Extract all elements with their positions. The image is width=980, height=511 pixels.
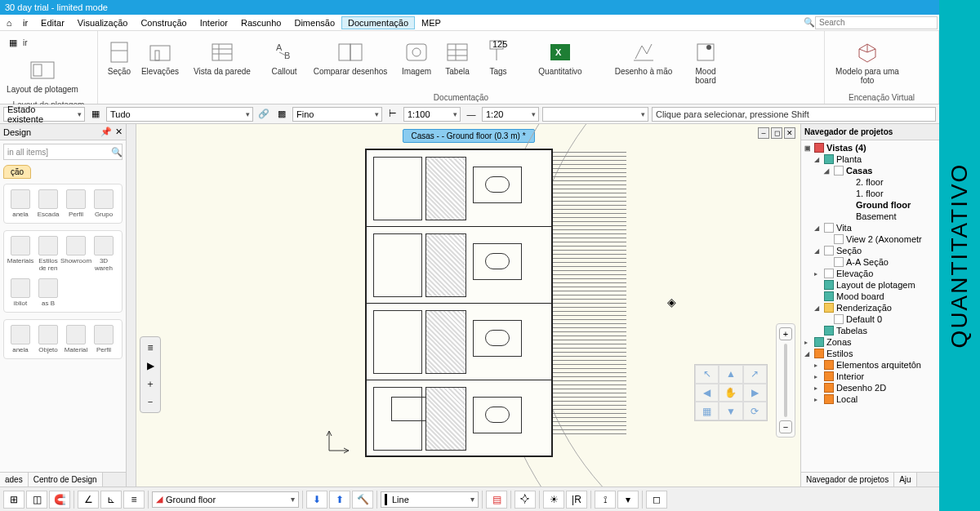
r-icon[interactable]: |R (566, 491, 587, 509)
magnet-icon[interactable]: 🧲 (49, 491, 70, 509)
menu-item-dimensão[interactable]: Dimensão (287, 16, 341, 29)
scale1-combo[interactable]: 1:100 (403, 107, 461, 122)
scale-icon: ⊢ (385, 107, 400, 122)
palette-btn[interactable]: Showroom (63, 234, 89, 273)
layers-icon[interactable]: ▤ (486, 491, 507, 509)
close-icon[interactable]: ✕ (115, 127, 122, 137)
palette-btn[interactable]: Escada (35, 188, 61, 220)
panel-title: Design 📌 ✕ (0, 124, 126, 140)
menu-item-interior[interactable]: Interior (194, 16, 234, 29)
more-icon[interactable]: ▾ (617, 491, 639, 509)
svg-text:125: 125 (492, 39, 507, 49)
app-icon: ⌂ (2, 18, 16, 28)
view-tab[interactable]: Casas - - Ground floor (0.3 m) * (402, 129, 534, 143)
palette-btn[interactable]: Material (63, 323, 89, 355)
menu-item-editar[interactable]: Editar (34, 16, 71, 29)
hammer-icon[interactable]: 🔨 (352, 491, 373, 509)
status-bar: ⊞ ◫ 🧲 ∠ ⊾ ≡ ◢Ground floor ⬇ ⬆ 🔨 Line ▤ ⯎… (0, 487, 939, 511)
zoom-out-icon[interactable]: － (142, 393, 158, 411)
panel-search-input[interactable] (7, 148, 111, 157)
measure-icon[interactable]: ⟟ (595, 491, 616, 509)
menu-item-documentação[interactable]: Documentação (341, 16, 415, 29)
link-icon[interactable]: 🔗 (256, 107, 271, 122)
arrow-down-icon[interactable]: ⬇ (306, 491, 327, 509)
hatch-icon[interactable]: ▩ (274, 107, 289, 122)
palette-btn[interactable]: anela (7, 188, 33, 220)
search-icon: 🔍 (804, 17, 815, 28)
scale2-combo[interactable]: 1:20 (482, 107, 539, 122)
list-icon[interactable]: ≡ (123, 491, 145, 509)
search-icon[interactable]: 🔍 (111, 147, 122, 158)
play-icon[interactable]: ▶ (142, 357, 158, 375)
floor-combo[interactable]: ◢Ground floor (152, 491, 299, 508)
palette-btn[interactable]: 3D wareh (91, 234, 117, 273)
ribbon-btn-modelo[interactable]: Modelo para uma foto (826, 34, 908, 87)
menu-item-construção[interactable]: Construção (134, 16, 193, 29)
tab-ades[interactable]: ades (0, 473, 29, 487)
zoom-in-icon[interactable]: ＋ (142, 375, 158, 393)
svg-rect-2 (111, 42, 127, 62)
svg-rect-13 (339, 44, 350, 60)
estado-combo[interactable]: Estado existente (3, 107, 85, 122)
north-icon[interactable]: ⯎ (514, 491, 536, 509)
ribbon-btn-tabela[interactable]: Tabela (438, 34, 477, 78)
empty-combo[interactable] (542, 107, 648, 122)
zoom-out-icon[interactable]: − (779, 420, 792, 433)
ribbon-btn-imagem[interactable]: Imagem (397, 34, 436, 78)
ribbon-btn-desenho[interactable]: Desenho à mão (603, 34, 684, 78)
ribbon-btn-elev[interactable]: Elevações (140, 34, 180, 78)
svg-rect-5 (155, 51, 159, 60)
design-panel: Design 📌 ✕ 🔍 ção anelaEscadaPerfilGrupo … (0, 124, 127, 487)
ortho-icon[interactable]: ⊾ (100, 491, 122, 509)
list-icon[interactable]: ≡ (142, 339, 158, 357)
ribbon-group-label: Encenação Virtual (825, 91, 938, 104)
ribbon-btn-comparar[interactable]: Comparar desenhos (305, 34, 395, 78)
palette-btn[interactable]: as B (35, 277, 61, 309)
panel-splitter[interactable] (127, 124, 136, 487)
line-combo[interactable]: Line (381, 491, 479, 508)
grid-icon[interactable]: ⊞ (3, 491, 24, 509)
ribbon-btn-ir[interactable]: ▦ir (2, 34, 33, 51)
palette-btn[interactable]: Objeto (35, 323, 61, 355)
box-icon[interactable]: ◻ (646, 491, 667, 509)
menu-item-mep[interactable]: MEP (415, 16, 448, 29)
panel-search[interactable]: 🔍 (3, 144, 122, 160)
section-marker[interactable]: ◈ (667, 295, 676, 309)
zoom-slider[interactable]: + − (776, 323, 795, 438)
ribbon-btn-quant[interactable]: XQuantitativo (519, 34, 601, 78)
palette-btn[interactable]: ibliot (7, 277, 33, 309)
fino-combo[interactable]: Fino (292, 107, 382, 122)
nav-widget[interactable]: ↖▲↗ ◀✋▶ ▦▼⟳ (694, 364, 768, 421)
sun-icon[interactable]: ☀ (543, 491, 564, 509)
ribbon-btn-tags[interactable]: 125Tags (479, 34, 518, 78)
palette-btn[interactable]: Grupo (91, 188, 117, 220)
tab-centro[interactable]: Centro de Design (29, 473, 103, 487)
ribbon-btn-layout[interactable]: Layout de plotagem (2, 52, 83, 96)
layer-icon[interactable]: ▦ (88, 107, 103, 122)
palette-tab[interactable]: ção (3, 165, 31, 179)
menu-item-visualização[interactable]: Visualização (71, 16, 135, 29)
arrow-up-icon[interactable]: ⬆ (329, 491, 350, 509)
palette-btn[interactable]: Materiais (7, 234, 33, 273)
palette-btn[interactable]: anela (7, 323, 33, 355)
palette-btn[interactable]: Estilos de ren (35, 234, 61, 273)
svg-rect-17 (448, 44, 467, 60)
side-watermark: QUANTITATIVO (939, 0, 980, 511)
ribbon-btn-vparede[interactable]: Vista da parede (181, 34, 263, 78)
pin-icon[interactable]: 📌 (100, 127, 112, 137)
crop-icon[interactable]: ◫ (26, 491, 47, 509)
svg-rect-14 (350, 44, 362, 60)
canvas[interactable]: Casas - - Ground floor (0.3 m) * – ◻ ✕ ◈… (136, 124, 800, 487)
ribbon-btn-secao[interactable]: Seção (100, 34, 139, 78)
zoom-in-icon[interactable]: + (779, 327, 792, 340)
menu-search-input[interactable] (815, 16, 938, 29)
ribbon-btn-callout[interactable]: ABCallout (265, 34, 304, 78)
ribbon-btn-mood[interactable]: Mood board (686, 34, 725, 87)
menu-item-rascunho[interactable]: Rascunho (234, 16, 288, 29)
floorplan: ◈ (365, 149, 708, 475)
palette-btn[interactable]: Perfil (63, 188, 89, 220)
palette-btn[interactable]: Perfil (91, 323, 117, 355)
angle-icon[interactable]: ∠ (78, 491, 99, 509)
tudo-combo[interactable]: Tudo (106, 107, 253, 122)
menu-item-ir[interactable]: ir (16, 16, 34, 29)
